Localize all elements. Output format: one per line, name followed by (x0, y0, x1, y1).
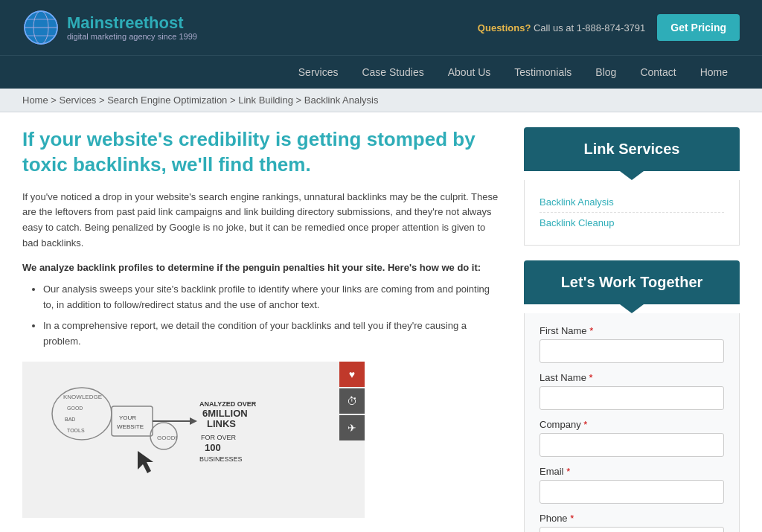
contact-form-section: Let's Work Together First Name * Last Na… (524, 260, 740, 532)
video-container[interactable]: KNOWLEDGE GOOD BAD TOOLS YOUR WEBSITE AN… (22, 362, 365, 518)
header-right: Questions? Call us at 1-888-874-3791 Get… (478, 14, 740, 41)
get-pricing-button[interactable]: Get Pricing (657, 14, 740, 41)
nav-home[interactable]: Home (688, 56, 740, 89)
link-services-header: Link Services (524, 127, 740, 171)
breadcrumb-seo[interactable]: Search Engine Optimization (107, 94, 227, 106)
sidebar: Link Services Backlink Analysis Backlink… (524, 127, 740, 532)
form-group-first-name: First Name * (540, 325, 724, 363)
form-group-email: Email * (540, 466, 724, 504)
svg-text:KNOWLEDGE: KNOWLEDGE (63, 394, 102, 400)
company-input[interactable] (540, 433, 724, 457)
globe-icon (22, 9, 60, 46)
svg-text:FOR OVER: FOR OVER (201, 434, 237, 441)
first-name-label: First Name * (540, 325, 724, 336)
svg-marker-24 (138, 451, 153, 473)
nav-blog[interactable]: Blog (583, 56, 628, 89)
contact-form: First Name * Last Name * Company * (524, 313, 740, 532)
link-services-section: Link Services Backlink Analysis Backlink… (524, 127, 740, 246)
first-name-input[interactable] (540, 339, 724, 363)
svg-text:ANALYZED OVER: ANALYZED OVER (199, 400, 257, 408)
header: Mainstreethost digital marketing agency … (0, 0, 762, 55)
last-name-input[interactable] (540, 386, 724, 410)
form-header-arrow (620, 304, 644, 313)
breadcrumb-home[interactable]: Home (22, 94, 48, 106)
svg-text:BUSINESSES: BUSINESSES (199, 455, 243, 463)
intro-paragraph: If you've noticed a drop in your website… (22, 190, 502, 251)
content-area: If your website's credibility is getting… (22, 127, 524, 532)
main-nav: Services Case Studies About Us Testimoni… (0, 55, 762, 89)
svg-text:YOUR: YOUR (119, 414, 136, 421)
svg-marker-15 (190, 417, 197, 425)
form-group-company: Company * (540, 419, 724, 457)
clock-icon[interactable]: ⏱ (339, 388, 365, 414)
bold-statement: We analyze backlink profiles to determin… (22, 262, 502, 273)
svg-text:6MILLION: 6MILLION (202, 408, 248, 419)
svg-text:LINKS: LINKS (207, 418, 236, 429)
main-container: If your website's credibility is getting… (0, 112, 762, 532)
nav-testimonials[interactable]: Testimonials (502, 56, 583, 89)
questions-label: Questions? (478, 22, 531, 33)
email-label: Email * (540, 466, 724, 477)
logo-tagline: digital marketing agency since 1999 (67, 32, 197, 41)
svg-text:TOOLS: TOOLS (67, 428, 85, 433)
svg-text:BAD: BAD (65, 417, 75, 422)
sidebar-link-backlink-analysis[interactable]: Backlink Analysis (540, 192, 724, 213)
logo-name: Mainstreethost (67, 14, 197, 32)
bullet-item-2: In a comprehensive report, we detail the… (43, 318, 502, 350)
breadcrumb: Home > Services > Search Engine Optimiza… (0, 89, 762, 112)
breadcrumb-current: Backlink Analysis (304, 94, 379, 106)
company-label: Company * (540, 419, 724, 430)
heart-icon[interactable]: ♥ (339, 362, 365, 387)
bullet-list: Our analysis sweeps your site's backlink… (22, 282, 502, 350)
last-name-label: Last Name * (540, 372, 724, 383)
svg-rect-11 (112, 406, 153, 436)
nav-case-studies[interactable]: Case Studies (350, 56, 435, 89)
phone-label: Phone * (540, 513, 724, 524)
svg-text:GOOD: GOOD (67, 406, 83, 411)
email-input[interactable] (540, 480, 724, 504)
social-icons: ♥ ⏱ ✈ (339, 362, 365, 440)
breadcrumb-link-building[interactable]: Link Building (238, 94, 293, 106)
send-icon[interactable]: ✈ (339, 415, 365, 440)
phone-input[interactable] (540, 527, 724, 532)
video-thumbnail: KNOWLEDGE GOOD BAD TOOLS YOUR WEBSITE AN… (22, 362, 365, 518)
svg-text:WEBSITE: WEBSITE (117, 423, 144, 430)
form-header: Let's Work Together (524, 260, 740, 304)
main-heading: If your website's credibility is getting… (22, 127, 502, 178)
sidebar-link-backlink-cleanup[interactable]: Backlink Cleanup (540, 213, 724, 233)
form-group-phone: Phone * (540, 513, 724, 532)
contact-number: Call us at 1-888-874-3791 (534, 22, 645, 33)
sidebar-links: Backlink Analysis Backlink Cleanup (524, 180, 740, 246)
header-contact: Questions? Call us at 1-888-874-3791 (478, 22, 645, 33)
nav-about-us[interactable]: About Us (436, 56, 503, 89)
link-services-arrow (620, 171, 644, 180)
nav-contact[interactable]: Contact (628, 56, 688, 89)
svg-text:100: 100 (205, 442, 221, 453)
bullet-item-1: Our analysis sweeps your site's backlink… (43, 282, 502, 313)
logo-area: Mainstreethost digital marketing agency … (22, 9, 197, 46)
nav-services[interactable]: Services (286, 56, 350, 89)
logo-text: Mainstreethost digital marketing agency … (67, 14, 197, 41)
breadcrumb-services[interactable]: Services (60, 94, 97, 106)
svg-text:GOOD!: GOOD! (157, 435, 177, 441)
form-group-last-name: Last Name * (540, 372, 724, 410)
